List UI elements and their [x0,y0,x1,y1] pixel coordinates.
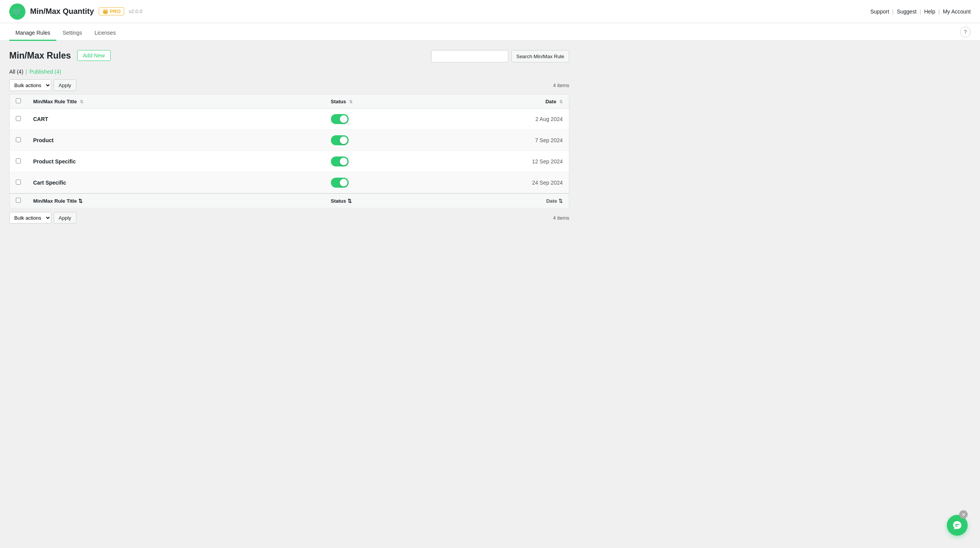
status-toggle[interactable] [331,135,349,145]
table-row: Cart Specific 24 Sep 2024 [10,172,569,194]
toggle-wrap [331,156,349,166]
search-row: Search Min/Max Rule [431,50,569,62]
row-checkbox-cell [10,109,27,130]
row-title: Product Specific [33,158,76,165]
toggle-slider [331,114,349,124]
footer-status-sort-icon[interactable]: ⇅ [347,198,352,204]
row-date-cell: 24 Sep 2024 [460,172,569,194]
select-all-checkbox[interactable] [16,98,21,103]
pro-badge: 👑 PRO [99,7,124,15]
table-footer: Min/Max Rule Title ⇅ Status ⇅ Date ⇅ [10,193,569,208]
row-title-cell: Product Specific [27,151,325,172]
pro-crown-icon: 👑 [102,8,108,14]
table-body: CART 2 Aug 2024 Product [10,109,569,194]
bottom-bulk-bar-left: Bulk actions Apply [9,212,76,224]
row-date: 7 Sep 2024 [535,137,563,143]
tab-settings[interactable]: Settings [56,26,88,41]
row-checkbox[interactable] [16,116,21,121]
row-date: 12 Sep 2024 [532,158,563,165]
row-date: 2 Aug 2024 [535,116,563,122]
sub-nav: Manage Rules Settings Licenses ? [0,23,980,41]
page-title: Min/Max Rules [9,50,71,61]
row-title: Product [33,137,54,143]
date-sort-icon[interactable]: ⇅ [559,99,563,104]
row-date-cell: 2 Aug 2024 [460,109,569,130]
brand: 🛒 Min/Max Quantity 👑 PRO v2.0.0 [9,3,142,20]
footer-title-col: Min/Max Rule Title ⇅ [27,193,325,208]
bottom-apply-button[interactable]: Apply [54,212,76,224]
help-link[interactable]: Help [924,8,935,15]
brand-name: Min/Max Quantity [30,7,94,16]
search-button[interactable]: Search Min/Max Rule [511,50,569,62]
footer-title-sort-icon[interactable]: ⇅ [78,198,83,204]
toggle-wrap [331,114,349,124]
sub-nav-tabs: Manage Rules Settings Licenses [9,26,122,40]
top-apply-button[interactable]: Apply [54,79,76,91]
rules-table: Min/Max Rule Title ⇅ Status ⇅ Date ⇅ C [9,94,569,208]
header-check [10,94,27,109]
footer-status-col: Status ⇅ [325,193,460,208]
toggle-slider [331,135,349,145]
toggle-wrap [331,135,349,145]
page-title-left: Min/Max Rules Add New [9,50,111,61]
row-date: 24 Sep 2024 [532,180,563,186]
title-sort-icon[interactable]: ⇅ [80,99,83,104]
status-toggle[interactable] [331,114,349,124]
row-checkbox[interactable] [16,137,21,142]
top-bulk-bar: Bulk actions Apply 4 items [9,79,569,91]
row-checkbox-cell [10,151,27,172]
status-toggle[interactable] [331,156,349,166]
filter-all[interactable]: All (4) [9,69,24,75]
table-header: Min/Max Rule Title ⇅ Status ⇅ Date ⇅ [10,94,569,109]
status-sort-icon[interactable]: ⇅ [349,99,353,104]
top-header: 🛒 Min/Max Quantity 👑 PRO v2.0.0 Support … [0,0,980,23]
table-row: Product 7 Sep 2024 [10,130,569,151]
bottom-items-count: 4 items [553,215,569,221]
footer-select-all-checkbox[interactable] [16,198,21,203]
add-new-button[interactable]: Add New [77,50,111,61]
help-circle-button[interactable]: ? [960,27,971,37]
table-row: Product Specific 12 Sep 2024 [10,151,569,172]
row-status-cell [325,172,460,194]
row-title-cell: CART [27,109,325,130]
filter-published[interactable]: Published (4) [29,69,61,75]
row-date-cell: 7 Sep 2024 [460,130,569,151]
row-checkbox-cell [10,130,27,151]
bottom-bulk-actions-select[interactable]: Bulk actions [9,212,51,224]
support-link[interactable]: Support [870,8,889,15]
table-row: CART 2 Aug 2024 [10,109,569,130]
row-status-cell [325,151,460,172]
row-status-cell [325,109,460,130]
page-header-area: Min/Max Rules Add New Search Min/Max Rul… [9,50,569,62]
row-checkbox[interactable] [16,158,21,163]
brand-logo: 🛒 [9,3,25,20]
row-checkbox-cell [10,172,27,194]
header-title[interactable]: Min/Max Rule Title ⇅ [27,94,325,109]
filters-row: All (4) | Published (4) [9,69,569,75]
my-account-link[interactable]: My Account [943,8,971,15]
footer-check [10,193,27,208]
footer-date-sort-icon[interactable]: ⇅ [558,198,563,204]
header-status[interactable]: Status ⇅ [325,94,460,109]
toggle-wrap [331,178,349,188]
tab-licenses[interactable]: Licenses [88,26,122,41]
main-content: Min/Max Rules Add New Search Min/Max Rul… [0,41,579,236]
top-nav: Support | Suggest | Help | My Account [870,8,971,15]
top-bulk-bar-left: Bulk actions Apply [9,79,76,91]
toggle-slider [331,156,349,166]
tab-manage-rules[interactable]: Manage Rules [9,26,56,41]
header-date[interactable]: Date ⇅ [460,94,569,109]
row-title: CART [33,116,48,122]
top-bulk-actions-select[interactable]: Bulk actions [9,79,51,91]
toggle-slider [331,178,349,188]
row-date-cell: 12 Sep 2024 [460,151,569,172]
top-items-count: 4 items [553,82,569,88]
search-input[interactable] [431,50,508,62]
row-title-cell: Cart Specific [27,172,325,194]
suggest-link[interactable]: Suggest [897,8,916,15]
status-toggle[interactable] [331,178,349,188]
version-label: v2.0.0 [129,8,142,14]
bottom-bulk-bar: Bulk actions Apply 4 items [9,212,569,224]
row-status-cell [325,130,460,151]
row-checkbox[interactable] [16,180,21,185]
